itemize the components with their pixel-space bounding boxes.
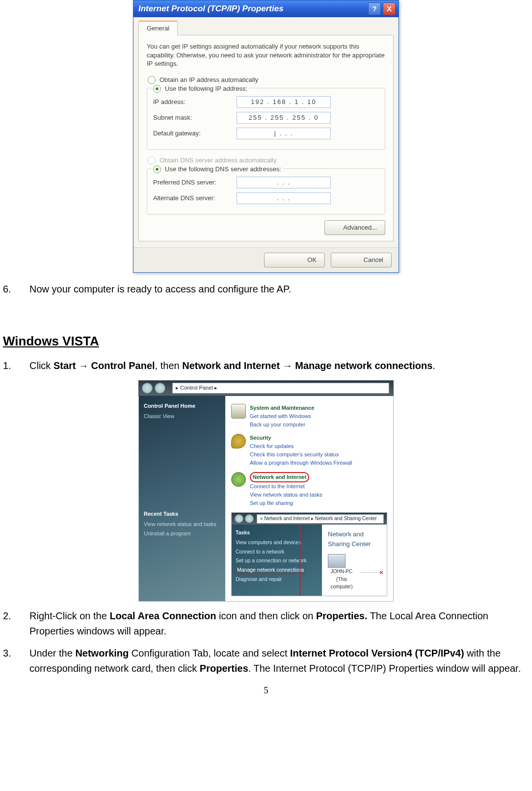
back-button[interactable]	[235, 514, 243, 523]
step-number: 6.	[3, 282, 29, 297]
task-link[interactable]: Connect to a network	[236, 548, 318, 555]
category-link[interactable]: Check for updates	[250, 442, 352, 450]
sidebar-heading: Control Panel Home	[144, 402, 220, 410]
category-link[interactable]: View network status and tasks	[250, 491, 322, 499]
step-text: Now your computer is ready to access and…	[29, 282, 529, 297]
section-heading: Windows VISTA	[3, 331, 529, 351]
vista-control-panel-screenshot: ▸ Control Panel ▸ Control Panel Home Cla…	[138, 380, 394, 602]
shield-icon	[231, 434, 246, 448]
network-and-internet-highlight[interactable]: Network and Internet	[250, 472, 309, 482]
ip-address-input[interactable]: 192 . 168 . 1 . 10	[237, 96, 331, 108]
category-title: System and Maintenance	[250, 404, 314, 412]
tab-general[interactable]: General	[138, 21, 178, 35]
titlebar[interactable]: Internet Protocol (TCP/IP) Properties ? …	[133, 0, 399, 17]
step-text: Right-Click on the Local Area Connection…	[29, 608, 529, 639]
manage-network-connections-highlight[interactable]: Manage network connections	[236, 565, 306, 574]
dns-group: Use the following DNS server addresses: …	[147, 168, 385, 214]
category-system[interactable]: System and Maintenance Get started with …	[231, 404, 387, 429]
computer-sub: (This computer)	[328, 576, 355, 591]
radio-icon	[153, 165, 161, 173]
radio-obtain-dns-auto: Obtain DNS server address automatically	[148, 156, 385, 165]
content-heading: Network and Sharing Center	[328, 529, 381, 549]
advanced-button[interactable]: Advanced...	[324, 220, 385, 235]
category-network[interactable]: Network and Internet Connect to the Inte…	[231, 472, 387, 507]
step-number: 3.	[3, 646, 29, 676]
default-gateway-input[interactable]: | . . .	[237, 128, 331, 139]
step-6: 6. Now your computer is ready to access …	[3, 282, 529, 297]
preferred-dns-label: Preferred DNS server:	[153, 178, 237, 187]
computer-icon	[328, 554, 346, 568]
forward-button[interactable]	[245, 514, 254, 523]
sharing-center-content: Network and Sharing Center JOHN-PC (This…	[322, 525, 387, 596]
help-button[interactable]: ?	[368, 2, 381, 15]
step-number: 2.	[3, 608, 29, 639]
radio-label: Obtain DNS server address automatically	[160, 156, 276, 165]
ip-address-label: IP address:	[153, 97, 237, 107]
radio-use-following-ip[interactable]: Use the following IP address:	[151, 84, 249, 94]
category-link[interactable]: Connect to the Internet	[250, 482, 322, 491]
explorer-toolbar: ▸ Control Panel ▸	[138, 380, 394, 396]
step-text: Click Start → Control Panel, then Networ…	[29, 358, 529, 373]
vista-step-1: 1. Click Start → Control Panel, then Net…	[3, 358, 529, 373]
cancel-button[interactable]: Cancel	[331, 253, 392, 267]
sidebar-classic-view[interactable]: Classic View	[144, 412, 220, 421]
general-panel: You can get IP settings assigned automat…	[138, 35, 394, 241]
task-link[interactable]: View computers and devices	[236, 538, 318, 546]
category-title: Security	[250, 434, 352, 442]
page-number: 5	[3, 683, 529, 697]
alternate-dns-label: Alternate DNS server:	[153, 193, 237, 203]
ok-button[interactable]: OK	[264, 253, 325, 267]
default-gateway-label: Default gateway:	[153, 129, 237, 138]
window-title: Internet Protocol (TCP/IP) Properties	[138, 2, 366, 15]
alternate-dns-input[interactable]: . . .	[237, 192, 331, 204]
vista-step-2: 2. Right-Click on the Local Area Connect…	[3, 608, 529, 639]
step-number: 1.	[3, 358, 29, 373]
subnet-mask-input[interactable]: 255 . 255 . 255 . 0	[237, 112, 331, 124]
close-button[interactable]: X	[383, 2, 396, 15]
sidebar-recent-item[interactable]: Uninstall a program	[144, 529, 220, 538]
tcpip-properties-dialog: Internet Protocol (TCP/IP) Properties ? …	[133, 0, 399, 273]
category-security[interactable]: Security Check for updates Check this co…	[231, 434, 387, 467]
forward-button[interactable]	[155, 383, 165, 394]
intro-text: You can get IP settings assigned automat…	[147, 42, 385, 68]
radio-icon	[153, 85, 161, 93]
vista-step-3: 3. Under the Networking Configuration Ta…	[3, 646, 529, 676]
tasks-pane: Tasks View computers and devices Connect…	[232, 525, 322, 596]
subnet-mask-label: Subnet mask:	[153, 113, 237, 123]
back-button[interactable]	[142, 383, 153, 394]
address-bar[interactable]: ▸ Control Panel ▸	[172, 383, 389, 394]
system-icon	[231, 404, 246, 419]
preferred-dns-input[interactable]: . . .	[237, 177, 331, 188]
radio-obtain-ip-auto[interactable]: Obtain an IP address automatically	[148, 75, 385, 85]
network-sharing-center-window: « Network and Internet ▸ Network and Sha…	[231, 512, 387, 596]
task-link[interactable]: Diagnose and repair	[236, 575, 318, 583]
category-link[interactable]: Check this computer's security status	[250, 450, 352, 459]
radio-icon	[148, 76, 156, 84]
radio-label: Use the following IP address:	[165, 84, 247, 94]
ip-address-group: Use the following IP address: IP address…	[147, 88, 385, 150]
annotation-line	[299, 525, 300, 596]
radio-icon	[148, 157, 156, 164]
radio-use-following-dns[interactable]: Use the following DNS server addresses:	[151, 164, 283, 174]
sidebar-recent-heading: Recent Tasks	[144, 510, 220, 518]
tasks-heading: Tasks	[236, 528, 318, 536]
radio-label: Use the following DNS server addresses:	[165, 164, 281, 174]
sidebar-recent-item[interactable]: View network status and tasks	[144, 520, 220, 528]
address-bar[interactable]: « Network and Internet ▸ Network and Sha…	[257, 514, 384, 524]
radio-label: Obtain an IP address automatically	[160, 75, 258, 85]
category-link[interactable]: Set up file sharing	[250, 499, 322, 507]
category-link[interactable]: Allow a program through Windows Firewall	[250, 459, 352, 467]
category-link[interactable]: Get started with Windows	[250, 412, 314, 421]
sidebar: Control Panel Home Classic View Recent T…	[139, 396, 225, 601]
step-text: Under the Networking Configuration Tab, …	[29, 646, 529, 676]
computer-name: JOHN-PC	[328, 568, 355, 576]
task-link[interactable]: Set up a connection or network	[236, 556, 318, 564]
category-link[interactable]: Back up your computer	[250, 421, 314, 429]
network-diagram: JOHN-PC (This computer)	[328, 554, 381, 591]
control-panel-content: System and Maintenance Get started with …	[225, 396, 393, 601]
globe-icon	[231, 472, 246, 487]
disconnected-line-icon	[361, 572, 381, 573]
